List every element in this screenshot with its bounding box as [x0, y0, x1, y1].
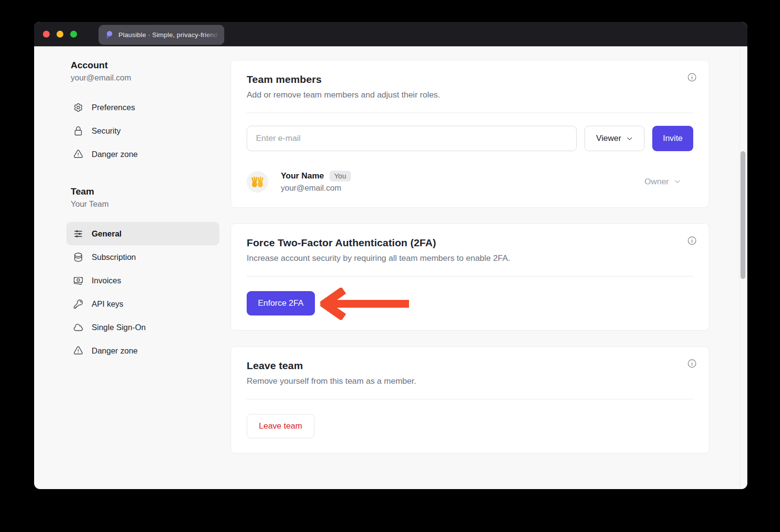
sidebar-item-general[interactable]: General: [66, 222, 219, 245]
minimize-window-button[interactable]: [57, 31, 63, 38]
invite-row: Viewer Invite: [247, 126, 693, 151]
zoom-window-button[interactable]: [70, 31, 77, 38]
red-arrow-annotation-icon: [320, 288, 410, 320]
leave-team-row: Leave team: [247, 414, 693, 438]
sidebar-item-label: Single Sign-On: [92, 323, 146, 332]
sidebar-item-label: Subscription: [92, 253, 136, 262]
chevron-down-icon: [626, 136, 633, 142]
sidebar-item-single-sign-on[interactable]: Single Sign-On: [66, 315, 219, 339]
banknote-icon: [73, 276, 83, 286]
sidebar-item-preferences[interactable]: Preferences: [66, 96, 219, 119]
sidebar-item-label: Invoices: [92, 276, 121, 285]
enforce-2fa-row: Enforce 2FA: [247, 291, 693, 315]
close-window-button[interactable]: [43, 31, 50, 38]
settings-main: Team members Add or remove team members …: [231, 60, 709, 489]
plausible-favicon-icon: [104, 30, 114, 39]
account-section: Account your@email.com Preferences Secur…: [66, 60, 219, 166]
warning-triangle-icon: [73, 149, 83, 159]
divider: [247, 399, 693, 399]
member-name: Your Name: [281, 171, 324, 181]
team-members-card: Team members Add or remove team members …: [231, 60, 709, 208]
member-email: your@email.com: [281, 183, 351, 193]
cloud-icon: [73, 322, 83, 333]
member-role-select[interactable]: Owner: [644, 177, 693, 187]
tab-title-fade: [204, 25, 224, 45]
member-info: Your Name You your@email.com: [281, 171, 351, 193]
scrollbar-thumb[interactable]: [741, 151, 745, 279]
warning-triangle-icon: [73, 346, 83, 356]
sidebar-item-subscription[interactable]: Subscription: [66, 245, 219, 269]
invite-role-select[interactable]: Viewer: [585, 126, 644, 151]
leave-team-card: Leave team Remove yourself from this tea…: [231, 346, 709, 453]
browser-tab[interactable]: Plausible · Simple, privacy-friend: [98, 25, 224, 45]
info-icon[interactable]: [687, 236, 697, 246]
account-email: your@email.com: [71, 73, 219, 82]
sidebar-item-security[interactable]: Security: [66, 119, 219, 142]
sidebar-item-invoices[interactable]: Invoices: [66, 269, 219, 292]
open-hands-emoji-icon: [251, 176, 264, 188]
chevron-down-icon: [674, 178, 681, 185]
gear-icon: [73, 102, 83, 113]
invite-email-input[interactable]: [247, 126, 577, 151]
avatar: [247, 171, 268, 193]
tab-title: Plausible · Simple, privacy-friend: [118, 31, 217, 39]
card-title: Leave team: [247, 360, 693, 372]
settings-sidebar: Account your@email.com Preferences Secur…: [66, 60, 219, 489]
leave-team-button[interactable]: Leave team: [247, 414, 314, 438]
browser-window: Plausible · Simple, privacy-friend Accou…: [34, 22, 747, 489]
settings-page: Account your@email.com Preferences Secur…: [34, 46, 747, 489]
member-you-badge: You: [330, 171, 351, 181]
card-title: Team members: [247, 74, 693, 85]
key-icon: [73, 299, 83, 309]
sidebar-item-label: Danger zone: [92, 150, 137, 159]
team-section-title: Team: [71, 186, 219, 197]
title-bar: Plausible · Simple, privacy-friend: [34, 22, 747, 46]
sidebar-item-account-danger-zone[interactable]: Danger zone: [66, 142, 219, 166]
sidebar-item-label: General: [92, 229, 121, 238]
info-icon[interactable]: [687, 358, 697, 369]
sidebar-item-team-danger-zone[interactable]: Danger zone: [66, 339, 219, 362]
divider: [247, 276, 693, 276]
sidebar-item-label: Security: [92, 126, 121, 136]
sidebar-item-label: API keys: [92, 299, 123, 309]
member-role-value: Owner: [644, 177, 669, 187]
sidebar-item-label: Preferences: [92, 103, 135, 112]
team-section: Team Your Team General Subscription Invo…: [66, 186, 219, 362]
card-description: Add or remove team members and adjust th…: [247, 90, 693, 100]
scrollbar-track[interactable]: [740, 46, 747, 489]
member-row: Your Name You your@email.com Owner: [247, 171, 693, 193]
account-section-title: Account: [71, 60, 219, 71]
info-icon[interactable]: [687, 72, 697, 82]
enforce-2fa-button[interactable]: Enforce 2FA: [247, 291, 315, 315]
window-controls: [43, 31, 77, 38]
database-stack-icon: [73, 252, 83, 262]
card-description: Remove yourself from this team as a memb…: [247, 376, 693, 386]
invite-role-value: Viewer: [596, 134, 622, 143]
divider: [247, 113, 693, 113]
card-title: Force Two-Factor Authentication (2FA): [247, 237, 693, 249]
lock-icon: [73, 126, 83, 136]
sidebar-item-label: Danger zone: [92, 346, 137, 355]
sliders-icon: [73, 229, 83, 239]
team-name: Your Team: [71, 199, 219, 209]
force-2fa-card: Force Two-Factor Authentication (2FA) In…: [231, 223, 709, 331]
card-description: Increase account security by requiring a…: [247, 254, 693, 263]
sidebar-item-api-keys[interactable]: API keys: [66, 292, 219, 315]
invite-button[interactable]: Invite: [652, 126, 693, 151]
